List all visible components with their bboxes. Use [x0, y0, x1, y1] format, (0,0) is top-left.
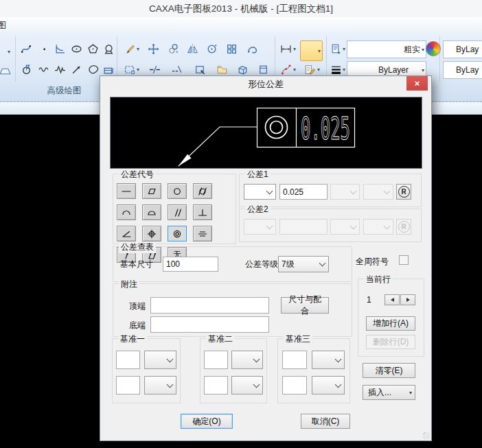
tolerance2-r-button: R — [396, 219, 411, 235]
tolerance-lookup-group-label: 公差查表 — [119, 241, 156, 253]
sun-icon — [360, 44, 370, 55]
preview-tolerance-value: 0.025 — [301, 111, 350, 146]
ribbon-group-label: 高级绘图 — [15, 85, 113, 97]
wave-tool-icon[interactable] — [36, 60, 51, 78]
symbol-perpendicularity-button[interactable] — [193, 204, 212, 220]
dimension-style-button[interactable]: ▾ — [300, 40, 323, 61]
chevron-down-icon[interactable]: ▾ — [5, 43, 12, 60]
insert-button-label: 插入... — [368, 387, 391, 399]
contour-tool-icon[interactable] — [85, 60, 100, 78]
triangle-right-icon — [406, 298, 410, 302]
point-tool-icon[interactable] — [36, 40, 51, 58]
window-titlebar: CAXA电子图板2013 - 机械版 - [工程图文档1] — [0, 0, 482, 17]
mirror-tool-icon[interactable] — [185, 40, 200, 58]
all-around-checkbox[interactable] — [399, 255, 409, 265]
clear-button[interactable]: 清零(E) — [363, 363, 415, 378]
line-style-value: 粗实 — [404, 44, 420, 56]
symbol-parallelism-button[interactable] — [168, 204, 187, 220]
ribbon-separator — [439, 36, 440, 82]
insert-button[interactable]: 插入... ▾ — [363, 385, 415, 400]
chevron-down-icon[interactable]: ▾ — [135, 40, 141, 58]
thick-line-icon — [349, 64, 378, 75]
printer-icon — [382, 44, 392, 55]
datum3-bottom-combo[interactable] — [312, 376, 345, 394]
blue-square-icon — [445, 44, 455, 55]
bottom-note-input[interactable] — [150, 316, 269, 333]
row-next-button[interactable] — [400, 294, 415, 305]
datum1-bottom-input[interactable] — [116, 376, 140, 394]
trapezoid-tool-icon[interactable] — [0, 62, 12, 80]
symbol-circularity-button[interactable] — [168, 183, 187, 199]
polygon-tool-icon[interactable] — [85, 40, 100, 58]
menu-partial-label: 图 — [0, 19, 6, 32]
datum2-top-combo[interactable] — [231, 351, 263, 369]
window-title: CAXA电子图板2013 - 机械版 - [工程图文档1] — [149, 3, 333, 15]
datum2-bottom-combo[interactable] — [231, 376, 263, 394]
ellipse-tool-icon[interactable] — [69, 40, 84, 58]
symbol-straightness-button[interactable] — [117, 183, 136, 199]
cancel-button[interactable]: 取消(C) — [301, 414, 350, 429]
curve-tool-icon[interactable] — [19, 40, 34, 58]
ok-button[interactable]: 确定(O) — [181, 414, 233, 429]
datum2-bottom-input[interactable] — [204, 376, 228, 394]
resize-grip[interactable] — [423, 432, 430, 439]
color-bylayer-combo[interactable]: ByLay — [443, 40, 482, 58]
basic-size-input[interactable] — [163, 257, 218, 272]
tolerance2-modifier-combo — [330, 219, 360, 235]
datum1-top-combo[interactable] — [144, 351, 176, 369]
add-row-button[interactable]: 增加行(A) — [366, 316, 415, 331]
tolerance2-group-label: 公差2 — [245, 204, 271, 215]
datum3-top-combo[interactable] — [312, 351, 345, 369]
datum1-bottom-combo[interactable] — [144, 376, 176, 394]
array-tool-icon[interactable] — [224, 40, 239, 58]
circled-r-icon: R — [398, 186, 410, 198]
datum2-group-label: 基准二 — [206, 333, 235, 345]
tolerance1-r-button[interactable]: R — [396, 184, 411, 200]
datum1-group: 基准一 — [112, 338, 181, 403]
tolerance1-group: 公差1 R — [239, 174, 422, 207]
tolerance1-modifier2-combo — [363, 184, 393, 200]
datum2-top-input[interactable] — [204, 351, 228, 369]
arrow-tool-icon[interactable] — [69, 60, 84, 78]
circle-flag-tool-icon[interactable] — [19, 60, 34, 78]
triangle-left-icon — [391, 298, 394, 302]
layer-properties-combo[interactable]: 粗实 ▾ — [347, 40, 426, 58]
symbol-position-button[interactable] — [142, 226, 161, 241]
circle-stand-tool-icon[interactable] — [101, 40, 116, 58]
datum3-top-input[interactable] — [282, 351, 307, 369]
axis-tool-icon[interactable] — [52, 40, 67, 58]
tolerance-grade-value: 7级 — [282, 259, 295, 270]
size-fit-button[interactable]: 尺寸与配合 — [281, 297, 329, 314]
datum1-group-label: 基准一 — [118, 333, 147, 345]
color-wheel-icon[interactable] — [426, 41, 441, 56]
dim-bylayer-combo[interactable]: ByLay — [443, 61, 482, 79]
symbol-concentricity-button[interactable] — [168, 226, 187, 241]
lightbulb-icon — [349, 44, 359, 55]
chevron-down-icon[interactable]: ▾ — [422, 47, 424, 53]
close-button[interactable]: × — [406, 76, 428, 91]
symbol-flatness-button[interactable] — [142, 183, 161, 199]
symbol-angularity-button[interactable] — [117, 226, 136, 241]
datum1-top-input[interactable] — [116, 351, 140, 369]
symbol-cylindricity-button[interactable] — [193, 183, 212, 199]
datum3-bottom-input[interactable] — [282, 376, 307, 394]
tolerance1-prefix-combo[interactable] — [244, 184, 276, 200]
polyline-tool-icon[interactable] — [52, 60, 67, 78]
top-note-input[interactable] — [150, 297, 269, 314]
symbol-line-profile-button[interactable] — [117, 204, 136, 220]
chevron-down-icon[interactable]: ▾ — [291, 40, 298, 58]
sweep-tool-icon[interactable] — [244, 40, 260, 58]
move-tool-icon[interactable] — [146, 40, 161, 58]
rotate-tool-icon[interactable] — [204, 40, 219, 58]
chevron-down-icon[interactable]: ▾ — [318, 48, 321, 54]
symbol-surface-profile-button[interactable] — [142, 204, 161, 220]
tolerance-grade-combo[interactable]: 7级 — [278, 256, 329, 272]
delete-row-button: 删除行(D) — [366, 335, 415, 349]
copy-tool-icon[interactable] — [165, 40, 181, 58]
tolerance1-value-input[interactable] — [279, 184, 328, 200]
chevron-down-icon: ▾ — [409, 390, 412, 396]
tolerance-lookup-group: 公差查表 基本尺寸 公差等级 7级 — [113, 246, 352, 282]
row-prev-button[interactable] — [385, 294, 400, 305]
datum3-group-label: 基准三 — [284, 333, 312, 345]
symbol-symmetry-button[interactable] — [193, 226, 212, 241]
